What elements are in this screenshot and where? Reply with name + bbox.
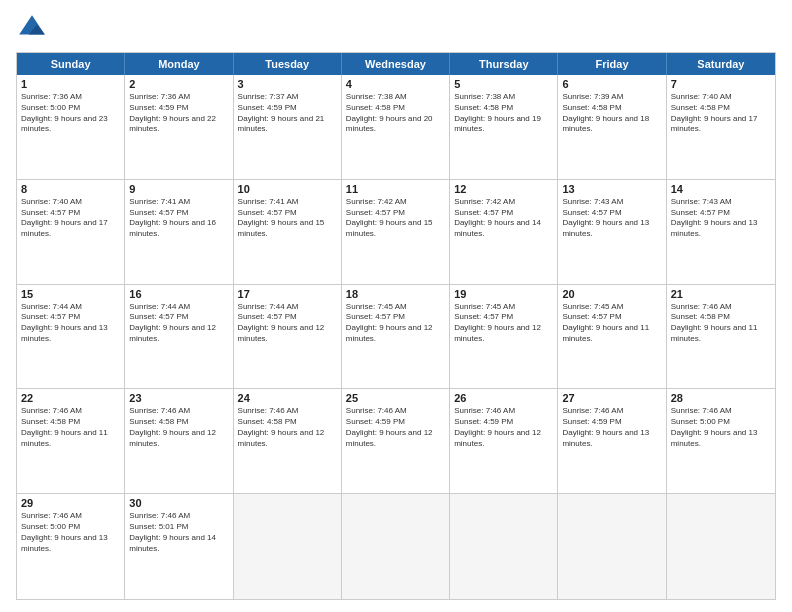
calendar-cell: 29 Sunrise: 7:46 AM Sunset: 5:00 PM Dayl… xyxy=(17,494,125,599)
calendar-cell: 19 Sunrise: 7:45 AM Sunset: 4:57 PM Dayl… xyxy=(450,285,558,389)
sunrise-line: Sunrise: 7:36 AM xyxy=(21,92,120,103)
sunrise-line: Sunrise: 7:44 AM xyxy=(238,302,337,313)
day-number: 26 xyxy=(454,392,553,404)
page: SundayMondayTuesdayWednesdayThursdayFrid… xyxy=(0,0,792,612)
daylight-label: Daylight: 9 hours and 13 minutes. xyxy=(562,428,661,450)
calendar-cell xyxy=(342,494,450,599)
day-number: 12 xyxy=(454,183,553,195)
calendar-cell: 17 Sunrise: 7:44 AM Sunset: 4:57 PM Dayl… xyxy=(234,285,342,389)
sunset-line: Sunset: 4:57 PM xyxy=(454,208,553,219)
daylight-label: Daylight: 9 hours and 15 minutes. xyxy=(346,218,445,240)
calendar-cell: 30 Sunrise: 7:46 AM Sunset: 5:01 PM Dayl… xyxy=(125,494,233,599)
sunset-line: Sunset: 4:59 PM xyxy=(346,417,445,428)
sunset-line: Sunset: 4:57 PM xyxy=(238,208,337,219)
day-number: 3 xyxy=(238,78,337,90)
sunset-line: Sunset: 4:59 PM xyxy=(454,417,553,428)
calendar-cell: 27 Sunrise: 7:46 AM Sunset: 4:59 PM Dayl… xyxy=(558,389,666,493)
calendar-cell: 18 Sunrise: 7:45 AM Sunset: 4:57 PM Dayl… xyxy=(342,285,450,389)
daylight-label: Daylight: 9 hours and 15 minutes. xyxy=(238,218,337,240)
daylight-label: Daylight: 9 hours and 12 minutes. xyxy=(346,323,445,345)
daylight-label: Daylight: 9 hours and 12 minutes. xyxy=(238,428,337,450)
daylight-label: Daylight: 9 hours and 13 minutes. xyxy=(562,218,661,240)
calendar-cell xyxy=(667,494,775,599)
day-number: 22 xyxy=(21,392,120,404)
day-number: 13 xyxy=(562,183,661,195)
header-day-thursday: Thursday xyxy=(450,53,558,75)
calendar-row-4: 22 Sunrise: 7:46 AM Sunset: 4:58 PM Dayl… xyxy=(17,389,775,494)
calendar-cell: 5 Sunrise: 7:38 AM Sunset: 4:58 PM Dayli… xyxy=(450,75,558,179)
calendar-cell xyxy=(234,494,342,599)
sunrise-line: Sunrise: 7:36 AM xyxy=(129,92,228,103)
sunrise-line: Sunrise: 7:39 AM xyxy=(562,92,661,103)
daylight-label: Daylight: 9 hours and 14 minutes. xyxy=(129,533,228,555)
calendar-row-5: 29 Sunrise: 7:46 AM Sunset: 5:00 PM Dayl… xyxy=(17,494,775,599)
sunrise-line: Sunrise: 7:40 AM xyxy=(671,92,771,103)
day-number: 5 xyxy=(454,78,553,90)
day-number: 21 xyxy=(671,288,771,300)
sunrise-line: Sunrise: 7:44 AM xyxy=(21,302,120,313)
calendar-cell: 2 Sunrise: 7:36 AM Sunset: 4:59 PM Dayli… xyxy=(125,75,233,179)
daylight-label: Daylight: 9 hours and 11 minutes. xyxy=(21,428,120,450)
calendar-cell: 23 Sunrise: 7:46 AM Sunset: 4:58 PM Dayl… xyxy=(125,389,233,493)
sunset-line: Sunset: 5:00 PM xyxy=(21,103,120,114)
header-day-tuesday: Tuesday xyxy=(234,53,342,75)
daylight-label: Daylight: 9 hours and 22 minutes. xyxy=(129,114,228,136)
sunrise-line: Sunrise: 7:46 AM xyxy=(238,406,337,417)
day-number: 14 xyxy=(671,183,771,195)
sunrise-line: Sunrise: 7:46 AM xyxy=(129,406,228,417)
sunrise-line: Sunrise: 7:45 AM xyxy=(562,302,661,313)
day-number: 29 xyxy=(21,497,120,509)
sunset-line: Sunset: 4:57 PM xyxy=(671,208,771,219)
day-number: 6 xyxy=(562,78,661,90)
day-number: 17 xyxy=(238,288,337,300)
sunset-line: Sunset: 4:57 PM xyxy=(129,208,228,219)
day-number: 25 xyxy=(346,392,445,404)
sunrise-line: Sunrise: 7:46 AM xyxy=(21,511,120,522)
day-number: 16 xyxy=(129,288,228,300)
sunrise-line: Sunrise: 7:46 AM xyxy=(454,406,553,417)
calendar-cell: 15 Sunrise: 7:44 AM Sunset: 4:57 PM Dayl… xyxy=(17,285,125,389)
sunrise-line: Sunrise: 7:46 AM xyxy=(671,406,771,417)
calendar-cell: 6 Sunrise: 7:39 AM Sunset: 4:58 PM Dayli… xyxy=(558,75,666,179)
sunset-line: Sunset: 5:00 PM xyxy=(671,417,771,428)
sunrise-line: Sunrise: 7:46 AM xyxy=(129,511,228,522)
calendar-cell xyxy=(450,494,558,599)
day-number: 7 xyxy=(671,78,771,90)
sunset-line: Sunset: 4:59 PM xyxy=(562,417,661,428)
logo-icon xyxy=(16,12,48,44)
calendar-cell xyxy=(558,494,666,599)
sunrise-line: Sunrise: 7:40 AM xyxy=(21,197,120,208)
sunset-line: Sunset: 4:57 PM xyxy=(21,312,120,323)
calendar-cell: 8 Sunrise: 7:40 AM Sunset: 4:57 PM Dayli… xyxy=(17,180,125,284)
sunrise-line: Sunrise: 7:45 AM xyxy=(454,302,553,313)
sunrise-line: Sunrise: 7:38 AM xyxy=(346,92,445,103)
calendar-cell: 1 Sunrise: 7:36 AM Sunset: 5:00 PM Dayli… xyxy=(17,75,125,179)
calendar-cell: 22 Sunrise: 7:46 AM Sunset: 4:58 PM Dayl… xyxy=(17,389,125,493)
sunset-line: Sunset: 5:01 PM xyxy=(129,522,228,533)
sunrise-line: Sunrise: 7:44 AM xyxy=(129,302,228,313)
sunset-line: Sunset: 4:58 PM xyxy=(129,417,228,428)
daylight-label: Daylight: 9 hours and 17 minutes. xyxy=(671,114,771,136)
sunset-line: Sunset: 4:57 PM xyxy=(562,312,661,323)
daylight-label: Daylight: 9 hours and 16 minutes. xyxy=(129,218,228,240)
day-number: 15 xyxy=(21,288,120,300)
sunrise-line: Sunrise: 7:38 AM xyxy=(454,92,553,103)
day-number: 23 xyxy=(129,392,228,404)
day-number: 28 xyxy=(671,392,771,404)
daylight-label: Daylight: 9 hours and 11 minutes. xyxy=(562,323,661,345)
sunset-line: Sunset: 4:57 PM xyxy=(129,312,228,323)
day-number: 4 xyxy=(346,78,445,90)
day-number: 30 xyxy=(129,497,228,509)
daylight-label: Daylight: 9 hours and 21 minutes. xyxy=(238,114,337,136)
logo xyxy=(16,12,52,44)
calendar-cell: 13 Sunrise: 7:43 AM Sunset: 4:57 PM Dayl… xyxy=(558,180,666,284)
sunrise-line: Sunrise: 7:46 AM xyxy=(671,302,771,313)
daylight-label: Daylight: 9 hours and 19 minutes. xyxy=(454,114,553,136)
daylight-label: Daylight: 9 hours and 13 minutes. xyxy=(21,533,120,555)
header-day-friday: Friday xyxy=(558,53,666,75)
day-number: 10 xyxy=(238,183,337,195)
calendar-cell: 12 Sunrise: 7:42 AM Sunset: 4:57 PM Dayl… xyxy=(450,180,558,284)
sunset-line: Sunset: 4:57 PM xyxy=(562,208,661,219)
daylight-label: Daylight: 9 hours and 12 minutes. xyxy=(129,323,228,345)
header xyxy=(16,12,776,44)
